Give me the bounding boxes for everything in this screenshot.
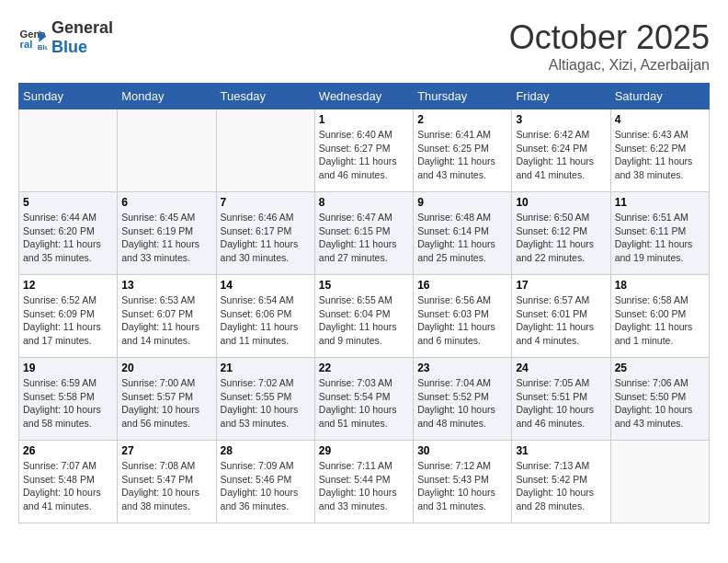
day-info: Sunrise: 6:54 AMSunset: 6:06 PMDaylight:…: [221, 293, 311, 348]
weekday-header-row: SundayMondayTuesdayWednesdayThursdayFrid…: [19, 84, 710, 109]
day-number: 26: [23, 444, 113, 457]
calendar-week-row: 12Sunrise: 6:52 AMSunset: 6:09 PMDayligh…: [19, 275, 710, 358]
day-number: 18: [615, 279, 705, 292]
title-block: October 2025 Altiagac, Xizi, Azerbaijan: [509, 18, 710, 74]
day-info: Sunrise: 7:00 AMSunset: 5:57 PMDaylight:…: [121, 376, 211, 431]
day-info: Sunrise: 7:13 AMSunset: 5:42 PMDaylight:…: [516, 459, 606, 513]
calendar-cell: 31Sunrise: 7:13 AMSunset: 5:42 PMDayligh…: [512, 441, 610, 523]
day-number: 12: [23, 279, 113, 292]
day-info: Sunrise: 7:09 AMSunset: 5:46 PMDaylight:…: [221, 459, 311, 513]
day-number: 7: [221, 196, 311, 209]
calendar-week-row: 26Sunrise: 7:07 AMSunset: 5:48 PMDayligh…: [19, 441, 710, 523]
calendar-cell: 14Sunrise: 6:54 AMSunset: 6:06 PMDayligh…: [216, 275, 314, 358]
day-info: Sunrise: 7:06 AMSunset: 5:50 PMDaylight:…: [615, 376, 705, 431]
calendar-cell: 26Sunrise: 7:07 AMSunset: 5:48 PMDayligh…: [19, 441, 118, 523]
calendar-cell: [118, 109, 216, 192]
weekday-header-wednesday: Wednesday: [314, 84, 413, 109]
calendar-cell: 9Sunrise: 6:48 AMSunset: 6:14 PMDaylight…: [414, 192, 512, 275]
day-info: Sunrise: 6:47 AMSunset: 6:15 PMDaylight:…: [319, 211, 409, 265]
calendar-cell: 25Sunrise: 7:06 AMSunset: 5:50 PMDayligh…: [610, 358, 709, 441]
logo: Gene ral Blue General Blue: [18, 18, 113, 57]
day-info: Sunrise: 7:03 AMSunset: 5:54 PMDaylight:…: [319, 376, 409, 431]
weekday-header-monday: Monday: [118, 84, 216, 109]
weekday-header-saturday: Saturday: [610, 84, 709, 109]
calendar-cell: 13Sunrise: 6:53 AMSunset: 6:07 PMDayligh…: [118, 275, 216, 358]
calendar-cell: 22Sunrise: 7:03 AMSunset: 5:54 PMDayligh…: [314, 358, 413, 441]
day-info: Sunrise: 7:11 AMSunset: 5:44 PMDaylight:…: [319, 459, 409, 513]
location: Altiagac, Xizi, Azerbaijan: [509, 57, 710, 74]
day-info: Sunrise: 6:44 AMSunset: 6:20 PMDaylight:…: [23, 211, 113, 265]
day-info: Sunrise: 6:55 AMSunset: 6:04 PMDaylight:…: [319, 293, 409, 348]
day-number: 5: [23, 196, 113, 209]
calendar-cell: 30Sunrise: 7:12 AMSunset: 5:43 PMDayligh…: [414, 441, 512, 523]
day-info: Sunrise: 7:05 AMSunset: 5:51 PMDaylight:…: [516, 376, 606, 431]
weekday-header-thursday: Thursday: [414, 84, 512, 109]
day-number: 19: [23, 362, 113, 374]
calendar-cell: [216, 109, 314, 192]
day-number: 30: [417, 444, 507, 457]
day-info: Sunrise: 6:43 AMSunset: 6:22 PMDaylight:…: [615, 128, 705, 182]
calendar-cell: 18Sunrise: 6:58 AMSunset: 6:00 PMDayligh…: [610, 275, 709, 358]
calendar-cell: 15Sunrise: 6:55 AMSunset: 6:04 PMDayligh…: [314, 275, 413, 358]
day-number: 23: [417, 362, 507, 374]
day-number: 28: [221, 444, 311, 457]
day-number: 14: [221, 279, 311, 292]
calendar-week-row: 19Sunrise: 6:59 AMSunset: 5:58 PMDayligh…: [19, 358, 710, 441]
calendar-cell: 17Sunrise: 6:57 AMSunset: 6:01 PMDayligh…: [512, 275, 610, 358]
calendar-cell: [610, 441, 709, 523]
day-info: Sunrise: 6:51 AMSunset: 6:11 PMDaylight:…: [615, 211, 705, 265]
day-info: Sunrise: 6:42 AMSunset: 6:24 PMDaylight:…: [516, 128, 606, 182]
page-header: Gene ral Blue General Blue October 2025 …: [18, 18, 710, 74]
month-title: October 2025: [509, 18, 710, 57]
day-info: Sunrise: 6:53 AMSunset: 6:07 PMDaylight:…: [121, 293, 211, 348]
day-number: 21: [221, 362, 311, 374]
svg-text:ral: ral: [20, 39, 33, 50]
day-number: 20: [121, 362, 211, 374]
day-number: 17: [516, 279, 606, 292]
day-info: Sunrise: 6:41 AMSunset: 6:25 PMDaylight:…: [417, 128, 507, 182]
day-info: Sunrise: 6:48 AMSunset: 6:14 PMDaylight:…: [417, 211, 507, 265]
weekday-header-sunday: Sunday: [19, 84, 118, 109]
day-number: 15: [319, 279, 409, 292]
day-info: Sunrise: 7:12 AMSunset: 5:43 PMDaylight:…: [417, 459, 507, 513]
day-info: Sunrise: 6:52 AMSunset: 6:09 PMDaylight:…: [23, 293, 113, 348]
day-info: Sunrise: 6:59 AMSunset: 5:58 PMDaylight:…: [23, 376, 113, 431]
day-number: 2: [417, 113, 507, 126]
calendar-week-row: 1Sunrise: 6:40 AMSunset: 6:27 PMDaylight…: [19, 109, 710, 192]
day-number: 29: [319, 444, 409, 457]
day-info: Sunrise: 6:57 AMSunset: 6:01 PMDaylight:…: [516, 293, 606, 348]
day-number: 16: [417, 279, 507, 292]
calendar-cell: 23Sunrise: 7:04 AMSunset: 5:52 PMDayligh…: [414, 358, 512, 441]
calendar-cell: 28Sunrise: 7:09 AMSunset: 5:46 PMDayligh…: [216, 441, 314, 523]
calendar-cell: 6Sunrise: 6:45 AMSunset: 6:19 PMDaylight…: [118, 192, 216, 275]
day-number: 13: [121, 279, 211, 292]
day-info: Sunrise: 7:07 AMSunset: 5:48 PMDaylight:…: [23, 459, 113, 513]
day-number: 1: [319, 113, 409, 126]
day-number: 9: [417, 196, 507, 209]
calendar-cell: 27Sunrise: 7:08 AMSunset: 5:47 PMDayligh…: [118, 441, 216, 523]
calendar-cell: 11Sunrise: 6:51 AMSunset: 6:11 PMDayligh…: [610, 192, 709, 275]
logo-blue-text: Blue: [51, 38, 87, 56]
day-info: Sunrise: 6:45 AMSunset: 6:19 PMDaylight:…: [121, 211, 211, 265]
calendar-cell: 1Sunrise: 6:40 AMSunset: 6:27 PMDaylight…: [314, 109, 413, 192]
calendar-cell: 16Sunrise: 6:56 AMSunset: 6:03 PMDayligh…: [414, 275, 512, 358]
calendar-cell: 21Sunrise: 7:02 AMSunset: 5:55 PMDayligh…: [216, 358, 314, 441]
day-info: Sunrise: 6:46 AMSunset: 6:17 PMDaylight:…: [221, 211, 311, 265]
calendar-cell: 19Sunrise: 6:59 AMSunset: 5:58 PMDayligh…: [19, 358, 118, 441]
calendar-cell: 29Sunrise: 7:11 AMSunset: 5:44 PMDayligh…: [314, 441, 413, 523]
calendar-cell: 10Sunrise: 6:50 AMSunset: 6:12 PMDayligh…: [512, 192, 610, 275]
calendar-cell: 5Sunrise: 6:44 AMSunset: 6:20 PMDaylight…: [19, 192, 118, 275]
calendar-cell: 7Sunrise: 6:46 AMSunset: 6:17 PMDaylight…: [216, 192, 314, 275]
calendar-week-row: 5Sunrise: 6:44 AMSunset: 6:20 PMDaylight…: [19, 192, 710, 275]
day-number: 6: [121, 196, 211, 209]
calendar-cell: 3Sunrise: 6:42 AMSunset: 6:24 PMDaylight…: [512, 109, 610, 192]
weekday-header-tuesday: Tuesday: [216, 84, 314, 109]
day-info: Sunrise: 6:58 AMSunset: 6:00 PMDaylight:…: [615, 293, 705, 348]
calendar-cell: [19, 109, 118, 192]
logo-general-text: General: [51, 18, 113, 37]
day-number: 8: [319, 196, 409, 209]
day-number: 31: [516, 444, 606, 457]
day-info: Sunrise: 6:56 AMSunset: 6:03 PMDaylight:…: [417, 293, 507, 348]
calendar-cell: 8Sunrise: 6:47 AMSunset: 6:15 PMDaylight…: [314, 192, 413, 275]
day-number: 25: [615, 362, 705, 374]
